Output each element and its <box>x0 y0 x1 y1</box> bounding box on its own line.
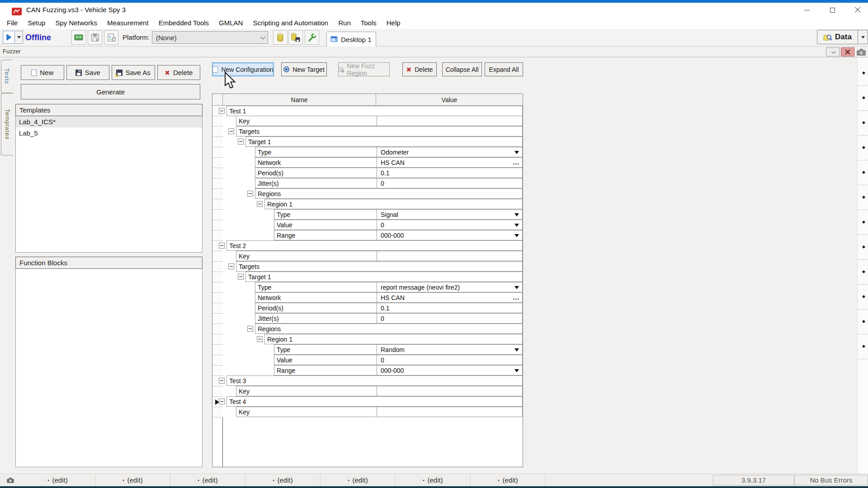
tree-node-jitter-s[interactable]: Jitter(s)0 <box>255 313 523 324</box>
statusbar-edit-cell[interactable]: (edit) <box>95 474 170 486</box>
tree-node-test-2[interactable]: Test 2 <box>226 240 523 251</box>
collapse-toggle-icon[interactable] <box>228 263 234 269</box>
row-gutter-cell[interactable] <box>212 251 223 262</box>
menu-item-file[interactable]: File <box>2 17 23 29</box>
dropdown-arrow-icon[interactable] <box>514 369 519 372</box>
dock-marker-cell[interactable] <box>858 61 868 86</box>
generate-button[interactable]: Generate <box>21 84 200 99</box>
statusbar-edit-cell[interactable]: (edit) <box>471 474 546 486</box>
dock-marker-cell[interactable] <box>858 86 868 111</box>
ellipsis-button[interactable] <box>513 293 519 302</box>
database-save-button[interactable] <box>288 30 303 45</box>
row-gutter-cell[interactable] <box>212 407 223 418</box>
tree-value-cell[interactable]: 000-000 <box>377 230 522 240</box>
row-gutter-cell[interactable] <box>212 272 223 282</box>
save-button[interactable]: Save <box>66 65 110 80</box>
tree-node-test-1[interactable]: Test 1 <box>226 106 523 116</box>
new-configuration-button[interactable]: New Configuration <box>212 62 274 76</box>
statusbar-edit-cell[interactable]: (edit) <box>245 474 321 486</box>
tree-node-value[interactable]: Value0 <box>274 355 523 365</box>
row-gutter-cell[interactable] <box>212 355 223 366</box>
menu-item-setup[interactable]: Setup <box>23 17 50 29</box>
sidebar-tab-tests[interactable]: Tests <box>1 60 12 93</box>
dock-marker-cell[interactable] <box>858 310 868 334</box>
dropdown-arrow-icon[interactable] <box>514 151 519 154</box>
collapse-toggle-icon[interactable] <box>228 128 234 134</box>
dock-marker-cell[interactable] <box>858 160 868 185</box>
row-gutter-cell[interactable] <box>212 127 223 137</box>
statusbar-edit-cell[interactable]: (edit) <box>321 474 396 486</box>
row-gutter-cell[interactable] <box>212 137 223 147</box>
dropdown-arrow-icon[interactable] <box>514 234 519 237</box>
tree-node-key[interactable]: Key <box>236 116 523 126</box>
collapse-toggle-icon[interactable] <box>219 399 225 404</box>
tree-node-period-s[interactable]: Period(s)0.1 <box>255 168 523 178</box>
dropdown-arrow-icon[interactable] <box>514 348 519 352</box>
row-gutter-cell[interactable] <box>212 116 223 127</box>
tree-node-test-4[interactable]: Test 4 <box>226 396 523 407</box>
new-button[interactable]: New <box>21 65 64 80</box>
dropdown-arrow-icon[interactable] <box>514 286 519 289</box>
database-button[interactable] <box>273 30 288 45</box>
row-gutter-cell[interactable] <box>212 158 223 168</box>
collapse-toggle-icon[interactable] <box>257 336 263 342</box>
tree-node-key[interactable]: Key <box>236 251 523 261</box>
tree-node-value[interactable]: Value0 <box>274 220 523 230</box>
statusbar-edit-cell[interactable]: (edit) <box>170 474 245 486</box>
tree-value-cell[interactable]: Random <box>377 345 522 354</box>
row-gutter-cell[interactable] <box>212 366 223 376</box>
row-gutter-cell[interactable] <box>212 262 223 272</box>
collapse-all-button[interactable]: Collapse All <box>442 62 482 76</box>
row-gutter-cell[interactable] <box>212 324 223 334</box>
statusbar-edit-cell[interactable]: (edit) <box>396 474 471 486</box>
menu-item-scripting-and-automation[interactable]: Scripting and Automation <box>248 17 333 29</box>
template-item-lab-5[interactable]: Lab_5 <box>16 127 202 139</box>
tree-value-cell[interactable]: 0 <box>377 178 522 188</box>
tree-value-cell[interactable]: report message (neovi fire2) <box>377 282 522 292</box>
tree-node-targets[interactable]: Targets <box>236 126 523 136</box>
tree-node-target-1[interactable]: Target 1 <box>245 136 523 147</box>
row-gutter-cell[interactable] <box>212 282 223 293</box>
tree-node-range[interactable]: Range000-000 <box>274 230 523 240</box>
tree-node-period-s[interactable]: Period(s)0.1 <box>255 303 523 313</box>
tree-node-range[interactable]: Range000-000 <box>274 365 523 375</box>
panel-menu-button[interactable] <box>826 47 840 56</box>
tab-desktop-1[interactable]: Desktop 1 <box>326 32 376 47</box>
tree-value-cell[interactable]: 000-000 <box>377 366 522 375</box>
delete-button[interactable]: Delete <box>157 65 201 80</box>
data-button-dropdown[interactable] <box>858 30 868 44</box>
data-button-main[interactable]: Data <box>817 30 858 44</box>
tree-node-type[interactable]: TypeOdometer <box>255 147 523 157</box>
tree-node-jitter-s[interactable]: Jitter(s)0 <box>255 178 523 188</box>
collapse-toggle-icon[interactable] <box>247 191 253 197</box>
tree-node-type[interactable]: TypeSignal <box>274 209 523 220</box>
row-gutter-cell[interactable] <box>212 220 223 230</box>
camera-icon[interactable] <box>856 47 867 57</box>
menu-item-tools[interactable]: Tools <box>356 17 382 29</box>
dock-marker-cell[interactable] <box>858 334 868 359</box>
tree-node-network[interactable]: NetworkHS CAN <box>255 157 523 168</box>
delete-button[interactable]: Delete <box>402 62 437 76</box>
save-setup-button[interactable] <box>88 30 102 45</box>
tree-node-type[interactable]: Typereport message (neovi fire2) <box>255 282 523 292</box>
tree-value-cell[interactable] <box>377 116 522 126</box>
tree-value-cell[interactable]: 0.1 <box>377 168 522 178</box>
function-blocks-list[interactable] <box>15 269 203 467</box>
row-gutter-cell[interactable] <box>212 386 223 397</box>
tree-value-cell[interactable]: 0 <box>377 355 522 365</box>
tree-node-test-3[interactable]: Test 3 <box>226 375 523 386</box>
row-gutter-cell[interactable] <box>212 199 223 210</box>
row-gutter-cell[interactable] <box>212 293 223 303</box>
menu-item-embedded-tools[interactable]: Embedded Tools <box>154 17 214 29</box>
row-gutter-cell[interactable] <box>212 147 223 158</box>
row-gutter-cell[interactable] <box>212 168 223 178</box>
tree-value-cell[interactable]: 0 <box>377 220 522 230</box>
tree-value-cell[interactable]: 0 <box>377 314 522 323</box>
save-as-button[interactable]: Save As <box>112 65 155 80</box>
titlebar[interactable]: CAN Fuzzing.vs3 - Vehicle Spy 3 <box>0 3 868 17</box>
tree-node-target-1[interactable]: Target 1 <box>245 272 523 282</box>
tree-node-key[interactable]: Key <box>236 407 523 417</box>
row-gutter-cell[interactable] <box>212 178 223 189</box>
collapse-toggle-icon[interactable] <box>238 274 244 280</box>
tree-node-type[interactable]: TypeRandom <box>274 344 523 355</box>
